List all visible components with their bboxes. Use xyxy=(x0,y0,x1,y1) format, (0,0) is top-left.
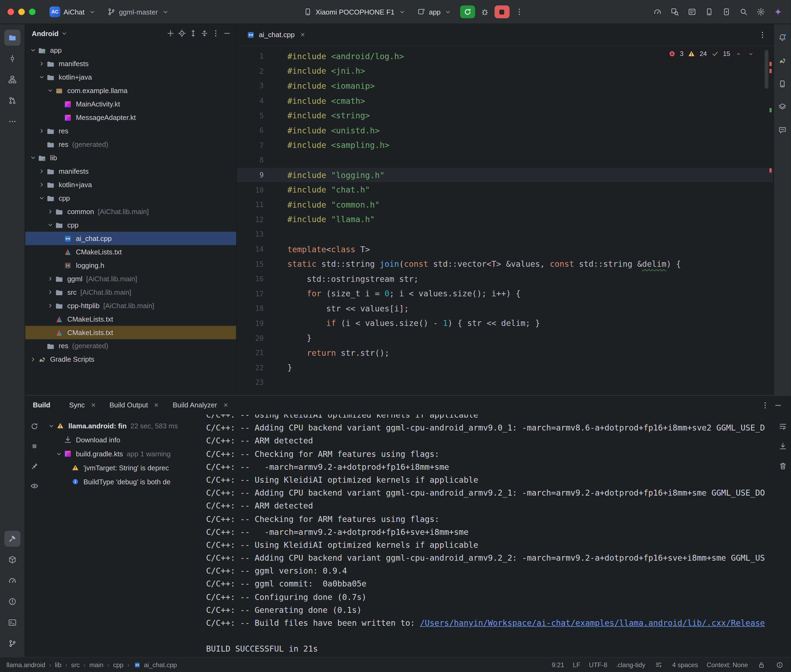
code-line[interactable]: 6#include <unistd.h> xyxy=(237,123,773,138)
git-branch-button[interactable] xyxy=(4,635,21,651)
context-widget[interactable]: Context: None xyxy=(707,661,748,669)
commit-button[interactable] xyxy=(4,51,21,67)
more-horizontal-button[interactable] xyxy=(4,114,21,130)
editor-tab-ai-chat-cpp[interactable]: ai_chat.cpp xyxy=(237,24,314,45)
project-tree-row[interactable]: cpp xyxy=(25,218,236,232)
code-line[interactable]: 3#include <iomanip> xyxy=(237,78,773,93)
trash-button[interactable] xyxy=(777,459,789,472)
expand-collapse-button[interactable] xyxy=(188,29,198,38)
build-output-path-link[interactable]: /Users/hanyin/Workspace/ai-chat/examples… xyxy=(420,618,765,628)
run-button[interactable] xyxy=(460,5,475,18)
notifications-bell-button[interactable] xyxy=(774,30,791,46)
scroll-end-button[interactable] xyxy=(777,440,789,453)
build-tree-row[interactable]: BuildType 'debug' is both de xyxy=(43,475,200,489)
project-tree-row[interactable]: kotlin+java xyxy=(25,178,236,192)
build-tab-build-output[interactable]: Build Output xyxy=(104,395,167,414)
code-line[interactable]: 16 std::ostringstream str; xyxy=(237,271,773,286)
chevron-right-icon[interactable] xyxy=(37,128,46,134)
chevron-right-icon[interactable] xyxy=(46,289,55,296)
code-line[interactable]: 7#include <sampling.h> xyxy=(237,138,773,153)
notifications-button[interactable] xyxy=(775,660,785,670)
build-tree-row[interactable]: 'jvmTarget: String' is deprec xyxy=(43,461,200,475)
breadcrumb-item[interactable]: lib xyxy=(55,661,61,669)
gradle-button[interactable] xyxy=(774,53,791,69)
code-line[interactable]: 15static std::string join(const std::vec… xyxy=(237,256,773,271)
editor-options-button[interactable] xyxy=(756,28,769,41)
code-line[interactable]: 11#include "common.h" xyxy=(237,197,773,212)
minimize-window-button[interactable] xyxy=(18,9,25,15)
line-separator-widget[interactable]: LF xyxy=(573,661,580,669)
build-hammer-button[interactable] xyxy=(4,531,21,547)
chevron-down-icon[interactable] xyxy=(46,87,55,94)
code-editor[interactable]: 1#include <android/log.h>2#include <jni.… xyxy=(237,46,773,395)
build-tree-row[interactable]: Download info xyxy=(43,433,200,446)
device-manager-button[interactable] xyxy=(774,76,791,92)
code-line[interactable]: 4#include <cmath> xyxy=(237,93,773,108)
project-folder-button[interactable] xyxy=(4,30,21,46)
chevron-right-icon[interactable] xyxy=(46,302,55,309)
build-tool-title[interactable]: Build xyxy=(33,401,50,409)
running-devices-button[interactable] xyxy=(720,5,733,18)
device-manager-button[interactable] xyxy=(703,5,716,18)
eye-button[interactable] xyxy=(28,480,41,492)
project-tree-row[interactable]: kotlin+java xyxy=(25,70,236,84)
refresh-button[interactable] xyxy=(28,420,41,433)
hide-build-panel-button[interactable] xyxy=(772,398,785,411)
breadcrumb-item[interactable]: main xyxy=(89,661,103,669)
chevron-down-icon[interactable] xyxy=(46,222,55,229)
run-config-selector[interactable]: app xyxy=(413,6,457,18)
code-line[interactable]: 23 xyxy=(237,375,773,390)
chevron-right-icon[interactable] xyxy=(46,208,55,215)
project-tree-row[interactable]: ggml[AiChat.lib.main] xyxy=(25,272,236,286)
project-tree-row[interactable]: app xyxy=(25,43,236,57)
code-line[interactable]: 12#include "llama.h" xyxy=(237,212,773,227)
project-selector[interactable]: AC AiChat xyxy=(45,5,101,19)
pull-requests-button[interactable] xyxy=(4,93,21,109)
project-tree-row[interactable]: MainActivity.kt xyxy=(25,98,236,111)
close-tab-icon[interactable] xyxy=(152,401,161,409)
project-tree-row[interactable]: CMakeLists.txt xyxy=(25,312,236,326)
soft-wrap-button[interactable] xyxy=(777,420,789,433)
fullscreen-window-button[interactable] xyxy=(29,9,35,15)
code-line[interactable]: 21 return str.str(); xyxy=(237,346,773,360)
project-tree-row[interactable]: res(generated) xyxy=(25,339,236,352)
chevron-down-icon[interactable] xyxy=(60,29,69,38)
build-tree-row[interactable]: build.gradle.ktsapp 1 warning xyxy=(43,446,200,461)
code-line[interactable]: 5#include <string> xyxy=(237,108,773,123)
app-inspection-button[interactable] xyxy=(668,5,681,18)
caret-position-widget[interactable]: 9:21 xyxy=(552,661,565,669)
build-options-button[interactable] xyxy=(759,398,772,411)
project-tree-row[interactable]: CMakeLists.txt xyxy=(25,245,236,259)
project-tree-row[interactable]: res(generated) xyxy=(25,138,236,151)
chevron-down-icon[interactable] xyxy=(47,422,56,429)
project-tree-row[interactable]: manifests xyxy=(25,165,236,178)
project-tree-row[interactable]: manifests xyxy=(25,57,236,70)
build-console[interactable]: C/C++: -- Using KleidiAI optimized kerne… xyxy=(200,414,775,657)
project-tree-row[interactable]: logging.h xyxy=(25,259,236,272)
close-tab-icon[interactable] xyxy=(89,401,98,409)
pin-button[interactable] xyxy=(28,459,41,472)
locate-button[interactable] xyxy=(177,29,187,38)
assistant-chat-button[interactable] xyxy=(774,122,791,138)
stop-button[interactable] xyxy=(494,5,510,18)
chevron-right-icon[interactable] xyxy=(37,60,46,67)
clang-tidy-widget[interactable]: .clang-tidy xyxy=(616,661,645,669)
more-vertical-button[interactable] xyxy=(211,29,221,38)
breadcrumb-item[interactable]: ai_chat.cpp xyxy=(133,661,177,669)
close-tab-icon[interactable] xyxy=(298,30,307,39)
code-line[interactable]: 8 xyxy=(237,153,773,168)
build-tab-sync[interactable]: Sync xyxy=(63,395,104,414)
profiler-gauge-button[interactable] xyxy=(651,5,664,18)
code-style-button[interactable] xyxy=(654,660,664,670)
close-tab-icon[interactable] xyxy=(221,401,230,409)
lock-button[interactable] xyxy=(757,660,766,670)
project-tree-row[interactable]: res xyxy=(25,124,236,138)
settings-button[interactable] xyxy=(754,5,767,18)
project-tree-row[interactable]: ai_chat.cpp xyxy=(25,232,236,245)
collapse-all-button[interactable] xyxy=(200,29,209,38)
project-tree-row[interactable]: com.example.llama xyxy=(25,84,236,98)
code-line[interactable]: 20 } xyxy=(237,331,773,346)
previous-issue-icon[interactable] xyxy=(734,50,743,58)
gemini-button[interactable] xyxy=(772,5,785,18)
add-button[interactable] xyxy=(166,29,175,38)
